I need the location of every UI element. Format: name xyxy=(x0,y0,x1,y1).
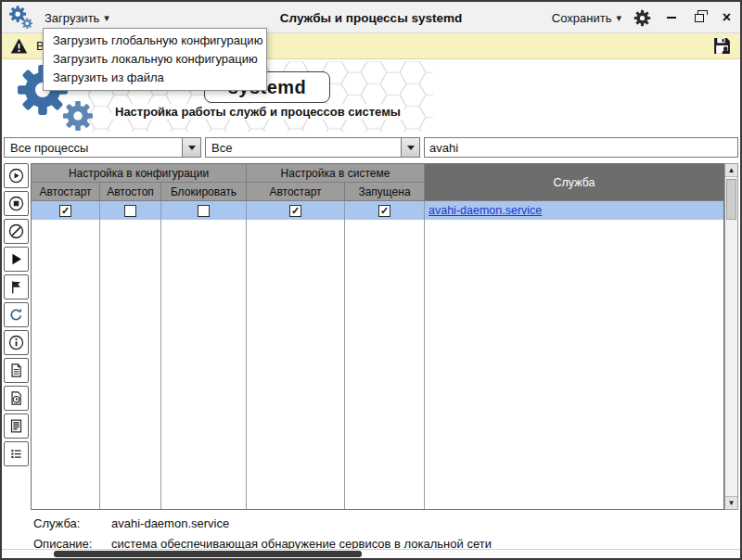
column-header-autostart-system: Автостарт xyxy=(247,183,345,201)
info-button[interactable] xyxy=(4,330,29,355)
menu-item-load-global[interactable]: Загрузить глобальную конфигурацию xyxy=(44,32,266,50)
process-filter-combobox[interactable]: Все процессы xyxy=(4,137,201,158)
document-button[interactable] xyxy=(4,358,29,383)
report-icon xyxy=(8,418,24,434)
save-menu-label: Сохранить xyxy=(552,11,612,25)
vertical-scrollbar[interactable]: ▲ ▼ xyxy=(724,163,738,510)
minimize-icon xyxy=(667,17,676,19)
left-toolbar xyxy=(4,163,30,466)
process-filter-dropdown-button[interactable] xyxy=(182,138,200,157)
status-area: Служба: avahi-daemon.service Описание: с… xyxy=(2,512,740,549)
status-filter-dropdown-button[interactable] xyxy=(401,138,419,157)
stop-service-button[interactable] xyxy=(4,191,29,216)
maximize-button[interactable] xyxy=(691,8,707,27)
list-icon xyxy=(8,446,24,462)
close-button[interactable]: × xyxy=(719,8,735,27)
table-body-filler xyxy=(100,220,161,509)
status-filter-combobox[interactable]: Все xyxy=(205,137,420,158)
service-link[interactable]: avahi-daemon.service xyxy=(429,204,542,217)
table-row-cell: ✓ xyxy=(32,201,100,220)
start-button[interactable] xyxy=(4,247,29,272)
report-button[interactable] xyxy=(4,414,29,439)
warning-icon xyxy=(10,37,28,55)
menu-item-load-from-file[interactable]: Загрузить из файла xyxy=(44,69,266,87)
start-icon xyxy=(8,251,24,267)
scrollbar-thumb[interactable] xyxy=(726,179,736,220)
close-icon: × xyxy=(723,10,731,25)
units-list-button[interactable] xyxy=(4,441,29,466)
info-icon xyxy=(8,335,24,350)
table-row-cell: avahi-daemon.service xyxy=(425,201,723,220)
group-header-config: Настройка в конфигурации xyxy=(32,164,247,183)
table-body-filler xyxy=(345,220,425,509)
status-filter-value: Все xyxy=(206,141,401,155)
scroll-down-button[interactable]: ▼ xyxy=(725,496,737,509)
minimize-button[interactable] xyxy=(663,8,679,27)
scroll-up-button[interactable]: ▲ xyxy=(725,164,737,177)
column-header-autostop: Автостоп xyxy=(100,183,161,201)
document-clock-icon xyxy=(8,390,24,406)
menu-item-load-local[interactable]: Загрузить локальную конфигурацию xyxy=(44,50,266,69)
table-row-cell: ✓ xyxy=(345,201,425,220)
refresh-icon xyxy=(8,307,24,323)
finish-flag-icon xyxy=(8,279,24,295)
table-body-filler xyxy=(247,220,345,509)
document-timer-button[interactable] xyxy=(4,386,29,411)
app-gears-icon xyxy=(8,5,33,30)
column-header-autostart-config: Автостарт xyxy=(32,183,100,201)
service-label: Служба: xyxy=(33,516,111,531)
run-service-button[interactable] xyxy=(4,163,29,188)
checkbox-config-autostop[interactable] xyxy=(124,205,136,217)
document-icon xyxy=(8,363,24,378)
process-filter-value: Все процессы xyxy=(5,141,182,155)
table-row-cell xyxy=(161,201,247,220)
checkbox-config-autostart[interactable]: ✓ xyxy=(59,205,71,217)
horizontal-scrollbar-thumb[interactable] xyxy=(54,551,362,557)
load-menu-label: Загрузить xyxy=(45,11,99,25)
checkbox-system-running[interactable]: ✓ xyxy=(378,205,390,217)
refresh-button[interactable] xyxy=(4,302,29,327)
horizontal-scrollbar[interactable] xyxy=(2,549,740,558)
load-dropdown-menu: Загрузить глобальную конфигурацию Загруз… xyxy=(43,28,267,91)
table-body-filler xyxy=(161,220,247,509)
cancel-button[interactable] xyxy=(4,219,29,244)
save-user-config-icon[interactable] xyxy=(712,36,732,56)
run-icon xyxy=(8,168,24,184)
chevron-down-icon: ▾ xyxy=(616,12,621,24)
finish-button[interactable] xyxy=(4,274,29,299)
table-row-cell xyxy=(100,201,161,220)
services-table: Настройка в конфигурации Настройка в сис… xyxy=(31,163,724,510)
checkbox-system-autostart[interactable]: ✓ xyxy=(289,205,301,217)
chevron-down-icon xyxy=(188,146,196,150)
table-body-filler xyxy=(32,220,100,509)
chevron-down-icon: ▾ xyxy=(104,12,109,24)
cancel-icon xyxy=(8,223,24,239)
table-row-cell: ✓ xyxy=(247,201,345,220)
search-input[interactable] xyxy=(424,137,738,158)
filter-row: Все процессы Все xyxy=(2,133,740,161)
chevron-down-icon xyxy=(407,146,415,150)
app-window: Загрузить ▾ Службы и процессы systemd Со… xyxy=(0,0,742,560)
save-menu-button[interactable]: Сохранить ▾ xyxy=(552,2,621,33)
checkbox-config-block[interactable] xyxy=(198,205,210,217)
column-header-service: Служба xyxy=(425,164,723,201)
settings-gear-icon[interactable] xyxy=(633,9,651,27)
maximize-icon xyxy=(695,14,704,22)
column-header-block: Блокировать xyxy=(161,183,247,201)
main-area: Настройка в конфигурации Настройка в сис… xyxy=(2,161,740,512)
column-header-running: Запущена xyxy=(345,183,425,201)
group-header-system: Настройка в системе xyxy=(247,164,425,183)
service-value: avahi-daemon.service xyxy=(111,516,229,531)
stop-icon xyxy=(8,196,24,211)
banner-subtitle: Настройка работы служб и процессов систе… xyxy=(111,104,404,120)
table-body-filler xyxy=(425,220,723,509)
